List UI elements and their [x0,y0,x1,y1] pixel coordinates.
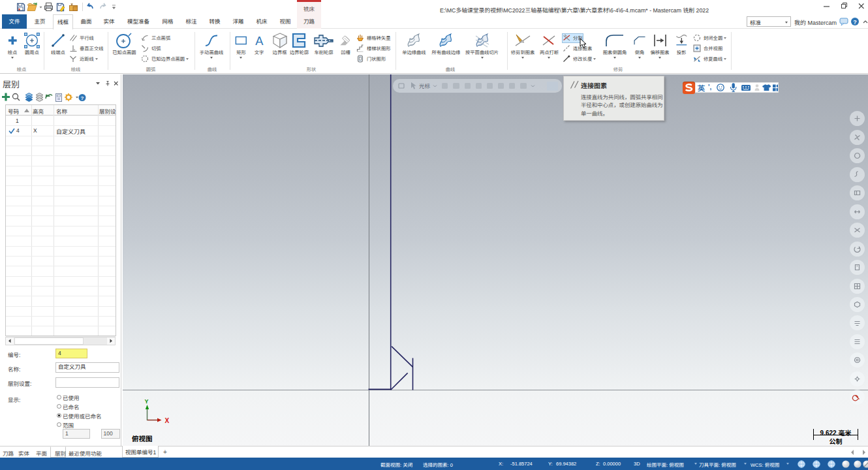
svg-text:A: A [255,35,264,48]
svg-text:英: 英 [697,83,705,92]
svg-text:Y: Y [145,398,149,405]
svg-text:',: ', [708,84,711,91]
svg-text:光标: 光标 [419,82,431,89]
svg-text:X: X [165,417,170,424]
svg-text:?: ? [853,19,857,25]
svg-text:?: ? [81,95,84,101]
